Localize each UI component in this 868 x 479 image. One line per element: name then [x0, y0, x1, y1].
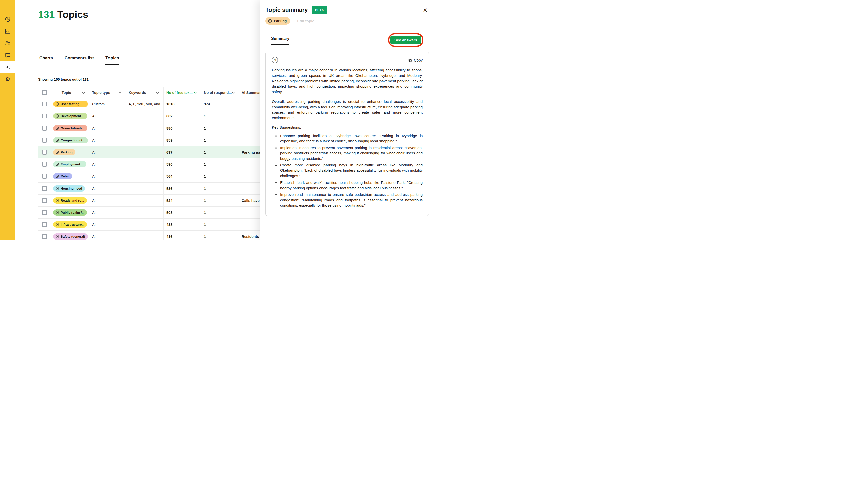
cell-respondents-count: 1 — [201, 231, 239, 240]
sidebar-item-settings[interactable]: ⚙ — [0, 73, 15, 85]
suggestion-item: Improve road maintenance to ensure safe … — [279, 192, 423, 208]
panel-badge-row: Parking Edit topic — [266, 17, 429, 25]
summary-paragraphs: Parking issues are a major concern in va… — [272, 67, 423, 121]
panel-topic-badge[interactable]: Parking — [266, 17, 290, 25]
cell-topic-type: AI — [89, 170, 126, 182]
row-checkbox[interactable] — [42, 210, 47, 215]
cell-keywords — [126, 195, 163, 206]
sidebar-item-trends[interactable] — [0, 25, 15, 37]
topic-badge[interactable]: Development ... — [53, 113, 87, 119]
topic-badge-label: Employment ... — [61, 162, 84, 166]
tab-charts[interactable]: Charts — [39, 56, 53, 65]
row-checkbox[interactable] — [42, 162, 47, 167]
summary-tab-row: Summary See answers — [266, 35, 429, 46]
topic-icon — [55, 114, 59, 118]
column-header-free-text[interactable]: No of free tex... — [163, 87, 201, 98]
column-header-topic[interactable]: Topic — [51, 87, 89, 98]
cell-topic-type: AI — [89, 183, 126, 194]
cell-free-text-count: 508 — [163, 206, 201, 218]
topic-badge-label: Infrastructure... — [61, 223, 84, 226]
sidebar-item-comments[interactable] — [0, 49, 15, 61]
topic-icon — [268, 19, 272, 23]
topic-badge[interactable]: Roads and ro... — [53, 197, 87, 203]
row-checkbox[interactable] — [42, 138, 47, 142]
topic-icon — [55, 235, 59, 238]
row-checkbox[interactable] — [42, 150, 47, 155]
topic-badge[interactable]: Congestion / t... — [53, 137, 88, 143]
cell-keywords — [126, 219, 163, 230]
cell-free-text-count: 590 — [163, 158, 201, 170]
cell-respondents-count: 1 — [201, 134, 239, 146]
topic-icon — [55, 199, 59, 202]
topic-icon — [55, 102, 59, 106]
cell-free-text-count: 1818 — [163, 98, 201, 110]
cell-keywords — [126, 170, 163, 182]
column-header-respondents[interactable]: No of respond... — [201, 87, 239, 98]
cell-topic-type: AI — [89, 122, 126, 134]
topic-badge[interactable]: User testing - ... — [53, 101, 88, 107]
see-answers-button[interactable]: See answers — [390, 36, 421, 44]
tab-topics[interactable]: Topics — [105, 56, 119, 65]
chevron-down-icon — [118, 92, 122, 94]
cell-topic-type: AI — [89, 134, 126, 146]
column-header-topic-type[interactable]: Topic type — [89, 87, 126, 98]
topic-icon — [55, 223, 59, 226]
tab-comments-list[interactable]: Comments list — [65, 56, 94, 65]
edit-topic-link[interactable]: Edit topic — [297, 19, 314, 23]
topic-badge[interactable]: Housing need — [53, 185, 85, 192]
row-checkbox[interactable] — [42, 114, 47, 119]
column-header-keywords[interactable]: Keywords — [126, 87, 163, 98]
cell-keywords — [126, 206, 163, 218]
summary-card-header: AI Copy — [272, 57, 423, 63]
sidebar-item-charts[interactable] — [0, 13, 15, 25]
close-icon[interactable]: × — [422, 6, 429, 13]
select-all-checkbox[interactable] — [42, 90, 47, 95]
row-checkbox[interactable] — [42, 222, 47, 227]
cell-topic-type: AI — [89, 158, 126, 170]
page-title-count: 131 — [38, 9, 55, 20]
topic-badge-label: Congestion / t... — [61, 138, 85, 142]
annotation-highlight: See answers — [388, 33, 424, 47]
cell-free-text-count: 859 — [163, 134, 201, 146]
topic-badge[interactable]: Infrastructure... — [53, 221, 87, 228]
row-checkbox[interactable] — [42, 102, 47, 106]
suggestion-item: Implement measures to prevent pavement p… — [279, 145, 423, 161]
topic-badge-label: Retail — [61, 174, 69, 178]
topic-badge[interactable]: Public realm /... — [53, 210, 87, 216]
cell-topic-type: Custom — [89, 98, 126, 110]
page-title: 131Topics — [38, 9, 88, 20]
topic-badge[interactable]: Parking — [53, 149, 75, 155]
row-checkbox[interactable] — [42, 126, 47, 131]
chevron-down-icon — [231, 92, 235, 94]
topic-badge-label: Safety (general) — [61, 235, 85, 238]
row-checkbox[interactable] — [42, 174, 47, 179]
row-checkbox[interactable] — [42, 234, 47, 239]
cell-topic-type: AI — [89, 146, 126, 158]
cell-keywords — [126, 183, 163, 194]
copy-label: Copy — [414, 58, 423, 62]
summary-paragraph: Overall, addressing parking challenges i… — [272, 99, 423, 121]
suggestion-item: Enhance parking facilities at Ivybridge … — [279, 133, 423, 144]
topic-badge[interactable]: Green Infrastr... — [53, 125, 87, 131]
sidebar-item-respondents[interactable] — [0, 37, 15, 49]
cell-respondents-count: 1 — [201, 158, 239, 170]
row-checkbox[interactable] — [42, 198, 47, 203]
suggestions-list: Enhance parking facilities at Ivybridge … — [279, 133, 423, 208]
topic-badge-label: Public realm /... — [61, 211, 84, 214]
tab-bar: Charts Comments list Topics — [39, 56, 119, 65]
cell-topic-type: AI — [89, 195, 126, 206]
topic-badge[interactable]: Employment ... — [53, 161, 86, 167]
beta-badge: BETA — [312, 6, 327, 14]
copy-button[interactable]: Copy — [408, 58, 423, 62]
cell-keywords — [126, 110, 163, 122]
cell-respondents-count: 1 — [201, 219, 239, 230]
cell-keywords — [126, 231, 163, 240]
topic-badge[interactable]: Safety (general) — [53, 233, 88, 240]
panel-topic-badge-label: Parking — [274, 19, 286, 23]
sidebar-item-ai-topics[interactable] — [0, 61, 15, 73]
topic-badge-label: Roads and ro... — [61, 199, 84, 202]
cell-free-text-count: 536 — [163, 183, 201, 194]
topic-badge[interactable]: Retail — [53, 173, 72, 180]
tab-summary[interactable]: Summary — [271, 36, 289, 45]
row-checkbox[interactable] — [42, 186, 47, 191]
